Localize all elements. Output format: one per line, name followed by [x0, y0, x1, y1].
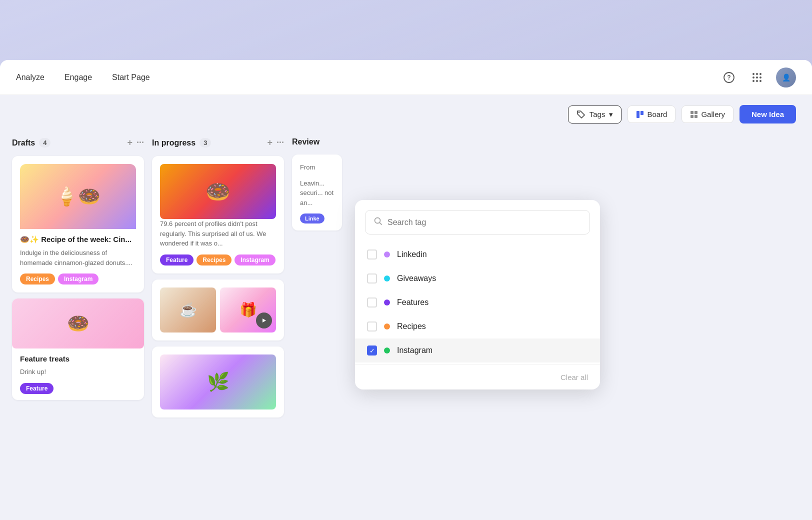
- video-badge: [256, 312, 272, 328]
- add-card-icon[interactable]: +: [127, 138, 132, 148]
- card-feature-image: 🍩: [12, 298, 144, 348]
- search-input[interactable]: [388, 218, 582, 227]
- svg-point-9: [756, 80, 758, 82]
- nav-items: Analyze Engage Start Page: [16, 73, 720, 82]
- tag-list: Linkedin Giveaways Features Recipes: [355, 240, 600, 364]
- card-review-title: From: [300, 162, 334, 172]
- checkbox-recipes[interactable]: [367, 322, 377, 332]
- column-header-progress: In progress 3 + ···: [152, 134, 284, 156]
- column-actions-progress: + ···: [267, 138, 284, 148]
- card-review: From Leavin... securi... not an... Linke: [292, 154, 342, 230]
- column-title-drafts: Drafts: [12, 138, 35, 148]
- card-recipe-title: 🍩✨ Recipe of the week: Cin...: [20, 235, 136, 244]
- avatar-image: 👤: [776, 68, 796, 88]
- tag-recipes-2[interactable]: Recipes: [196, 254, 232, 266]
- column-header-review: Review: [292, 134, 344, 154]
- top-bar: Analyze Engage Start Page ?: [0, 60, 812, 95]
- tag-feature-2[interactable]: Feature: [160, 254, 194, 266]
- card-feature-text: Drink up!: [20, 367, 136, 377]
- clear-all-button[interactable]: Clear all: [560, 373, 588, 382]
- tag-label-instagram: Instagram: [397, 346, 432, 355]
- svg-rect-15: [694, 111, 698, 114]
- column-header-drafts: Drafts 4 + ···: [12, 134, 144, 156]
- tag-item-linkedin[interactable]: Linkedin: [355, 242, 600, 266]
- tag-feature[interactable]: Feature: [20, 383, 54, 394]
- video-icon: [261, 318, 267, 324]
- gallery-icon: [690, 110, 698, 118]
- card-profiles-tags: Feature Recipes Instagram: [160, 254, 276, 266]
- column-in-progress: In progress 3 + ··· 🍩 79.6 percent of pr…: [148, 134, 288, 520]
- svg-rect-16: [690, 115, 694, 118]
- add-card-icon-progress[interactable]: +: [267, 138, 272, 148]
- checkbox-giveaways[interactable]: [367, 274, 377, 284]
- board-icon: [636, 110, 644, 118]
- card-plant-image: 🌿: [160, 354, 276, 410]
- dropdown-footer: Clear all: [355, 364, 600, 390]
- card-feature-treats: 🍩 Feature treats Drink up! Feature: [12, 298, 144, 400]
- app-window: Analyze Engage Start Page ?: [0, 60, 812, 520]
- tag-item-features[interactable]: Features: [355, 290, 600, 314]
- card-review-text: Leavin... securi... not an...: [300, 178, 334, 208]
- search-area: [355, 200, 600, 240]
- card-coffee-image: ☕: [160, 288, 216, 332]
- svg-point-11: [578, 112, 580, 112]
- card-recipe-tags: Recipes Instagram: [20, 274, 136, 284]
- dot-giveaways: [384, 276, 390, 282]
- svg-point-5: [752, 76, 754, 78]
- gallery-label: Gallery: [701, 110, 725, 118]
- card-recipe-text: Indulge in the deliciousness of homemade…: [20, 248, 136, 268]
- tag-instagram-2[interactable]: Instagram: [234, 254, 275, 266]
- tag-instagram[interactable]: Instagram: [58, 274, 98, 284]
- search-icon: [374, 216, 382, 228]
- checkbox-instagram[interactable]: ✓: [367, 346, 377, 356]
- avatar[interactable]: 👤: [776, 68, 796, 88]
- svg-rect-13: [640, 111, 644, 115]
- svg-rect-17: [694, 115, 698, 118]
- gallery-button[interactable]: Gallery: [682, 106, 734, 123]
- more-options-icon-progress[interactable]: ···: [276, 138, 284, 148]
- card-profiles-text: 79.6 percent of profiles didn't post reg…: [160, 219, 276, 248]
- checkbox-features[interactable]: [367, 298, 377, 308]
- tags-button[interactable]: Tags ▾: [568, 106, 622, 124]
- new-idea-button[interactable]: New Idea: [740, 105, 796, 124]
- card-recipe-image: 🍦🍩: [20, 164, 136, 229]
- tag-item-instagram[interactable]: ✓ Instagram: [355, 338, 600, 362]
- column-count-drafts: 4: [39, 138, 50, 148]
- more-options-icon[interactable]: ···: [136, 138, 144, 148]
- dropdown-arrow-icon: ▾: [609, 110, 613, 119]
- apps-icon: [752, 72, 762, 83]
- dot-features: [384, 300, 390, 306]
- column-title-progress: In progress: [152, 138, 196, 148]
- column-title-review: Review: [292, 138, 320, 146]
- card-plant: 🌿: [152, 346, 284, 418]
- svg-point-19: [375, 218, 380, 224]
- tag-linkedin[interactable]: Linke: [300, 214, 324, 224]
- tag-label-recipes: Recipes: [397, 322, 426, 331]
- column-count-progress: 3: [200, 138, 211, 148]
- tag-item-recipes[interactable]: Recipes: [355, 314, 600, 338]
- dot-instagram: [384, 348, 390, 354]
- nav-engage[interactable]: Engage: [64, 73, 92, 82]
- search-box[interactable]: [365, 210, 590, 234]
- card-image-grid: ☕ 🎁: [152, 280, 284, 340]
- nav-start-page[interactable]: Start Page: [112, 73, 150, 82]
- apps-button[interactable]: [748, 68, 766, 86]
- tag-icon: [576, 110, 586, 119]
- dot-recipes: [384, 324, 390, 330]
- tag-item-giveaways[interactable]: Giveaways: [355, 266, 600, 290]
- top-bar-actions: ? 👤: [720, 68, 796, 88]
- tags-label: Tags: [590, 110, 606, 118]
- card-recipe: 🍦🍩 🍩✨ Recipe of the week: Cin... Indulge…: [12, 156, 144, 292]
- svg-point-10: [760, 80, 762, 82]
- checkbox-linkedin[interactable]: [367, 250, 377, 260]
- tag-dropdown: Linkedin Giveaways Features Recipes: [355, 200, 600, 390]
- svg-text:?: ?: [727, 74, 730, 81]
- tag-recipes[interactable]: Recipes: [20, 274, 55, 284]
- tag-label-linkedin: Linkedin: [397, 250, 427, 259]
- svg-point-6: [756, 76, 758, 78]
- card-donut-image: 🍩: [160, 164, 276, 219]
- card-feature-tags: Feature: [20, 383, 136, 394]
- help-button[interactable]: ?: [720, 68, 738, 86]
- nav-analyze[interactable]: Analyze: [16, 73, 44, 82]
- board-button[interactable]: Board: [628, 106, 676, 123]
